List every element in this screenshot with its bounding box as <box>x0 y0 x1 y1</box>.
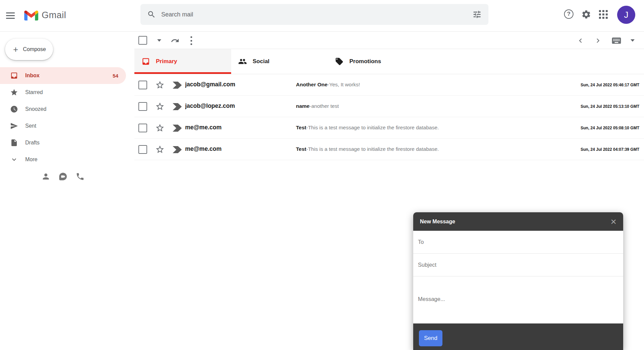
tab-label: Primary <box>156 58 177 65</box>
tab-primary[interactable]: Primary <box>134 49 231 74</box>
keyboard-icon[interactable] <box>611 35 622 46</box>
settings-gear-icon[interactable] <box>581 9 591 19</box>
to-field[interactable] <box>413 231 623 254</box>
email-subject: Test <box>296 146 306 152</box>
sent-plane-icon <box>10 122 18 130</box>
sidebar-item-label: More <box>25 157 37 163</box>
apps-grid-icon[interactable] <box>599 10 608 19</box>
category-tabs: Primary Social Promotions <box>134 49 644 74</box>
email-sender: jacob@gmail.com <box>185 81 291 88</box>
select-dropdown-caret-icon[interactable] <box>157 39 161 42</box>
email-sender: jacob@lopez.com <box>185 102 291 110</box>
tab-promotions[interactable]: Promotions <box>328 49 425 74</box>
compose-label: Compose <box>23 46 46 52</box>
drafts-file-icon <box>10 139 18 147</box>
sidebar-item-label: Sent <box>25 123 36 129</box>
inbox-unread-count: 54 <box>113 73 118 79</box>
search-bar <box>140 4 488 25</box>
chevron-right-icon[interactable] <box>594 36 602 45</box>
star-toggle-icon[interactable] <box>155 123 165 133</box>
contacts-person-icon[interactable] <box>41 172 50 181</box>
email-sender: me@me.com <box>185 124 291 131</box>
sidebar-item-label: Drafts <box>25 140 40 146</box>
email-row[interactable]: jacob@lopez.com name-another test Sun, 2… <box>134 96 644 117</box>
email-subject: name <box>296 103 310 109</box>
important-marker-icon[interactable] <box>173 103 182 110</box>
email-sender: me@me.com <box>185 145 291 152</box>
row-checkbox[interactable] <box>138 145 147 154</box>
row-checkbox[interactable] <box>138 102 147 111</box>
sidebar-item-starred[interactable]: Starred <box>0 84 126 101</box>
tab-label: Promotions <box>349 58 381 65</box>
plus-icon: + <box>13 45 18 54</box>
inbox-icon <box>10 72 18 80</box>
promotions-tag-icon <box>335 57 344 66</box>
new-message-window: New Message × Send <box>413 212 623 350</box>
email-subject: Another One <box>296 82 328 87</box>
sidebar-item-label: Starred <box>25 89 43 95</box>
chevron-left-icon[interactable] <box>576 36 585 45</box>
avatar[interactable]: J <box>617 6 635 24</box>
email-timestamp: Sun, 24 Jul 2022 05:13:10 GMT <box>581 104 639 109</box>
star-icon <box>10 88 18 96</box>
row-checkbox[interactable] <box>138 124 147 132</box>
sidebar-item-drafts[interactable]: Drafts <box>0 134 126 151</box>
search-options-icon[interactable] <box>472 10 482 19</box>
email-timestamp: Sun, 24 Jul 2022 05:08:10 GMT <box>581 126 639 130</box>
email-snippet: -This is a test message to initialize th… <box>306 125 439 130</box>
subject-field[interactable] <box>413 254 623 276</box>
sidebar-item-inbox[interactable]: Inbox 54 <box>0 67 126 84</box>
email-snippet: -Yes, It works! <box>328 82 360 87</box>
email-timestamp: Sun, 24 Jul 2022 04:07:39 GMT <box>581 147 639 152</box>
email-row[interactable]: jacob@gmail.com Another One-Yes, It work… <box>134 74 644 96</box>
hamburger-menu-icon[interactable] <box>6 10 16 20</box>
top-bar: Gmail ? J <box>0 0 644 32</box>
tab-social[interactable]: Social <box>231 49 328 74</box>
email-snippet: -another test <box>310 103 339 109</box>
new-message-footer: Send <box>413 323 623 350</box>
star-toggle-icon[interactable] <box>155 145 165 154</box>
sidebar-item-sent[interactable]: Sent <box>0 118 126 134</box>
toolbar-right <box>576 32 635 49</box>
row-checkbox[interactable] <box>138 81 147 89</box>
email-row[interactable]: me@me.com Test-This is a test message to… <box>134 117 644 139</box>
close-icon[interactable]: × <box>610 217 616 227</box>
redo-refresh-icon[interactable] <box>171 36 179 45</box>
sidebar-item-label: Inbox <box>25 73 40 79</box>
help-icon[interactable]: ? <box>564 9 573 19</box>
sidebar-nav: Inbox 54 Starred Snoozed Sent Drafts <box>0 67 126 168</box>
sidebar-item-snoozed[interactable]: Snoozed <box>0 101 126 118</box>
sidebar: + Compose Inbox 54 Starred Snoozed Sent <box>0 32 134 350</box>
search-icon[interactable] <box>147 10 156 19</box>
input-tools-caret-icon[interactable] <box>631 39 635 42</box>
gmail-logo: Gmail <box>24 10 66 20</box>
important-marker-icon[interactable] <box>173 146 182 153</box>
important-marker-icon[interactable] <box>173 82 182 89</box>
email-snippet: -This is a test message to initialize th… <box>306 146 439 152</box>
inbox-icon <box>141 57 150 66</box>
new-message-title: New Message <box>420 219 455 225</box>
snooze-clock-icon <box>10 105 18 113</box>
send-button[interactable]: Send <box>419 330 442 346</box>
email-subject: Test <box>296 125 306 130</box>
social-people-icon <box>238 57 247 66</box>
gmail-m-icon <box>24 10 38 20</box>
message-body-field[interactable] <box>413 276 623 323</box>
sidebar-item-label: Snoozed <box>25 106 46 112</box>
star-toggle-icon[interactable] <box>155 102 165 111</box>
email-row[interactable]: me@me.com Test-This is a test message to… <box>134 139 644 160</box>
star-toggle-icon[interactable] <box>155 80 165 90</box>
sidebar-item-more[interactable]: More <box>0 151 126 168</box>
compose-button[interactable]: + Compose <box>5 39 53 60</box>
gmail-wordmark: Gmail <box>42 10 66 20</box>
more-vert-icon[interactable] <box>190 36 192 45</box>
important-marker-icon[interactable] <box>173 125 182 132</box>
list-toolbar <box>134 32 644 49</box>
tab-label: Social <box>253 58 269 65</box>
email-list: jacob@gmail.com Another One-Yes, It work… <box>134 74 644 160</box>
duo-video-icon[interactable] <box>58 172 68 181</box>
search-input[interactable] <box>161 11 472 18</box>
select-all-checkbox[interactable] <box>138 36 147 45</box>
phone-icon[interactable] <box>76 172 85 181</box>
chevron-down-icon <box>10 156 18 164</box>
